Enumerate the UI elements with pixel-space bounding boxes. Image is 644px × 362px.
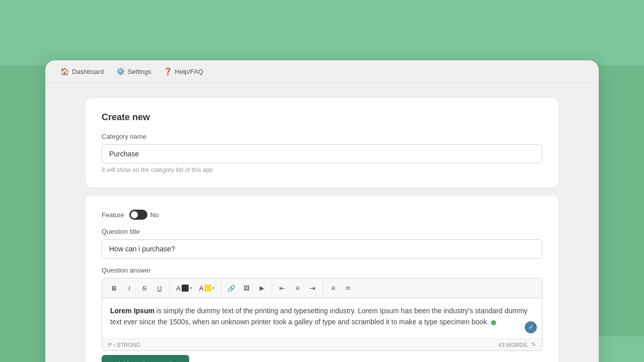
gear-icon: ⚙️ bbox=[116, 67, 125, 75]
align-center-button[interactable]: ≡ bbox=[290, 282, 304, 295]
question-answer-label: Question answer bbox=[102, 266, 542, 274]
list-unordered-button[interactable]: ≡ bbox=[326, 282, 340, 295]
category-name-input[interactable] bbox=[102, 144, 542, 163]
link-button[interactable]: 🔗 bbox=[224, 282, 238, 295]
editor-path: P › STRONG bbox=[108, 342, 140, 348]
add-question-button[interactable]: + Add another question bbox=[102, 355, 189, 362]
feature-row: Feature No bbox=[102, 210, 542, 220]
editor-footer-right: 43 WORDS ✎ bbox=[499, 341, 536, 348]
category-name-label: Category name bbox=[102, 133, 542, 140]
underline-button[interactable]: U bbox=[152, 282, 167, 295]
dashboard-label: Dashboard bbox=[72, 68, 104, 75]
category-hint: It will show on the category list of thi… bbox=[102, 166, 542, 173]
toolbar-separator-4 bbox=[323, 283, 323, 293]
question-title-label: Question title bbox=[102, 228, 542, 235]
add-question-label: + Add another question bbox=[112, 360, 179, 362]
toolbar-separator-3 bbox=[272, 283, 272, 293]
editor-path-text: P › STRONG bbox=[108, 342, 140, 348]
form-title: Create new bbox=[102, 112, 542, 123]
list-ordered-button[interactable]: ≏ bbox=[341, 282, 355, 295]
content-area: Create new Category name It will show on… bbox=[45, 83, 599, 362]
image-button[interactable]: 🖼 bbox=[239, 282, 254, 295]
font-color-swatch bbox=[182, 285, 189, 292]
main-card: 🏠 Dashboard ⚙️ Settings ❓ Help/FAQ Creat… bbox=[45, 60, 599, 362]
toolbar-separator-2 bbox=[221, 283, 221, 293]
toggle-text: No bbox=[150, 211, 159, 219]
align-right-button[interactable]: ⇥ bbox=[305, 282, 319, 295]
help-icon: ❓ bbox=[164, 67, 172, 75]
create-new-card: Create new Category name It will show on… bbox=[86, 98, 558, 188]
question-card: Feature No Question title Question answe… bbox=[86, 196, 558, 362]
home-icon: 🏠 bbox=[60, 67, 69, 75]
rich-text-editor: B I S U A ▾ A ▾ 🔗 bbox=[102, 278, 542, 351]
font-color-button[interactable]: A ▾ bbox=[173, 282, 195, 295]
green-dot bbox=[491, 320, 496, 325]
toggle-knob bbox=[131, 211, 138, 218]
settings-label: Settings bbox=[128, 68, 151, 75]
highlight-chevron: ▾ bbox=[212, 286, 215, 291]
italic-button[interactable]: I bbox=[122, 282, 136, 295]
nav-help[interactable]: ❓ Help/FAQ bbox=[164, 67, 203, 75]
highlight-swatch bbox=[204, 285, 211, 292]
nav-settings[interactable]: ⚙️ Settings bbox=[116, 67, 151, 75]
bold-button[interactable]: B bbox=[107, 282, 121, 295]
font-color-letter: A bbox=[176, 285, 181, 292]
strikethrough-button[interactable]: S bbox=[137, 282, 151, 295]
font-color-chevron: ▾ bbox=[190, 286, 192, 291]
editor-body[interactable]: Lorem Ipsum is simply the dummy text of … bbox=[102, 298, 542, 338]
nav-dashboard[interactable]: 🏠 Dashboard bbox=[60, 67, 104, 75]
align-left-button[interactable]: ⇤ bbox=[275, 282, 289, 295]
edit-icon[interactable]: ✎ bbox=[531, 341, 536, 348]
nav-bar: 🏠 Dashboard ⚙️ Settings ❓ Help/FAQ bbox=[45, 60, 599, 83]
editor-toolbar: B I S U A ▾ A ▾ 🔗 bbox=[102, 279, 542, 298]
highlight-letter: A bbox=[199, 285, 204, 292]
highlight-color-button[interactable]: A ▾ bbox=[196, 282, 218, 295]
editor-body-text: is simply the dummy text of the printing… bbox=[110, 307, 528, 326]
editor-bold-text: Lorem Ipsum bbox=[110, 307, 154, 315]
feature-toggle[interactable]: No bbox=[129, 210, 159, 220]
toggle-track[interactable] bbox=[129, 210, 147, 220]
word-count: 43 WORDS bbox=[499, 342, 527, 348]
feature-label: Feature bbox=[102, 211, 124, 219]
toolbar-separator-1 bbox=[170, 283, 170, 293]
editor-footer: P › STRONG 43 WORDS ✎ bbox=[102, 338, 542, 350]
blue-check-icon: ✓ bbox=[525, 321, 537, 333]
question-title-input[interactable] bbox=[102, 239, 542, 258]
help-label: Help/FAQ bbox=[175, 68, 203, 75]
video-button[interactable]: ▶ bbox=[255, 282, 269, 295]
